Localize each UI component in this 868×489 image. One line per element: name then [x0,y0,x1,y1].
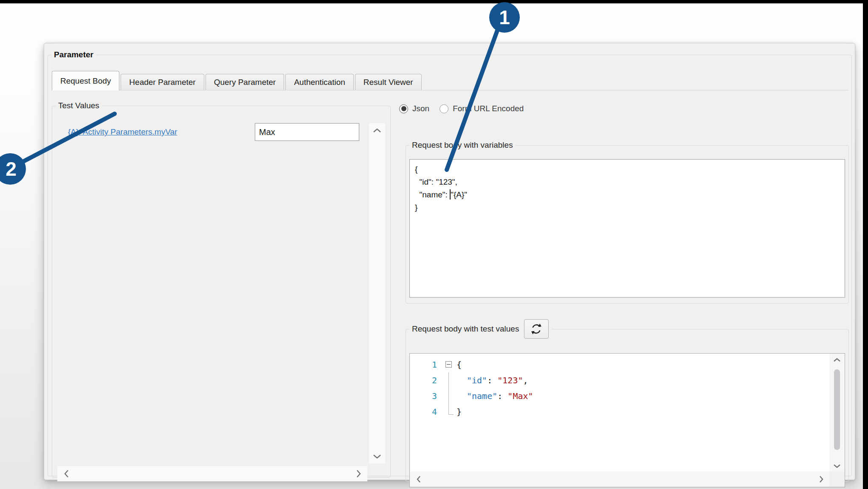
token-punct: : [487,375,497,385]
scroll-right-icon[interactable] [351,466,366,481]
scroll-down-icon[interactable] [829,462,845,470]
callout-2-number: 2 [6,158,17,180]
fold-column [441,404,457,419]
json-radio-label: Json [412,104,429,113]
token-key: "name" [467,391,497,401]
frame-top-bar [0,0,868,3]
fold-guide-end [448,404,454,415]
token-string: "Max" [507,391,533,401]
form-url-encoded-radio[interactable] [440,104,448,113]
code-text: } [457,407,462,417]
token-punct: { [457,360,462,370]
code-lines: 1{2"id": "123",3"name": "Max"4} [410,357,829,419]
tab-result-viewer[interactable]: Result Viewer [355,74,422,90]
request-body-variables-groupbox: Request body with variables { "id": "123… [406,141,849,304]
callout-2-circle [0,153,26,185]
token-punct: : [497,391,507,401]
form-url-encoded-radio-label: Form URL Encoded [453,104,524,113]
scroll-up-icon[interactable] [369,126,385,135]
vars-line-2: "id": "123", [415,177,457,186]
fold-guide-line [448,372,449,388]
token-string: "123" [497,375,523,385]
vars-line-3-prefix: "name": [415,190,450,199]
request-body-variables-title: Request body with variables [409,141,516,150]
tab-query-parameter[interactable]: Query Parameter [206,74,285,90]
scrollbar-thumb[interactable] [834,369,840,450]
refresh-icon [529,322,544,336]
token-punct: , [523,375,528,385]
scrollbar-corner [829,472,845,487]
fold-column [441,388,457,404]
activity-parameter-link[interactable]: {A}: Activity Parameters.myVar [68,127,177,137]
code-line-3: 3"name": "Max" [410,388,829,404]
vars-line-1: { [415,165,417,174]
request-body-variables-textarea[interactable]: { "id": "123", "name": "{A}" } [409,159,845,298]
test-values-vertical-scrollbar[interactable] [369,123,385,464]
token-punct: } [457,407,462,417]
tab-header-parameter[interactable]: Header Parameter [121,74,204,90]
body-format-options: Json Form URL Encoded [399,102,530,115]
test-value-input[interactable] [255,123,359,141]
scroll-up-icon[interactable] [829,356,845,364]
line-number: 1 [410,360,441,370]
tab-request-body[interactable]: Request Body [52,71,119,90]
fold-column [441,372,457,388]
code-line-2: 2"id": "123", [410,372,829,388]
json-radio[interactable] [399,104,408,113]
frame-right-bar [863,0,868,489]
code-text: { [457,360,462,370]
code-text: "id": "123", [457,375,528,385]
code-text: "name": "Max" [457,391,533,401]
parameter-groupbox-title: Parameter [51,50,96,59]
scroll-right-icon[interactable] [814,472,829,487]
vars-line-4: } [415,203,417,212]
screenshot-canvas: Parameter Request BodyHeader ParameterQu… [0,0,868,489]
request-body-test-values-viewer: 1{2"id": "123",3"name": "Max"4} [409,353,845,487]
line-number: 4 [410,407,441,417]
code-vertical-scrollbar[interactable] [829,354,845,472]
fold-guide-line [448,388,449,404]
scroll-left-icon[interactable] [411,472,426,487]
code-line-4: 4} [410,404,829,419]
line-number: 2 [410,375,441,385]
scroll-left-icon[interactable] [59,466,73,481]
request-body-test-values-title: Request body with test values [412,324,519,334]
refresh-button[interactable] [524,319,549,339]
tab-authentication[interactable]: Authentication [285,74,353,90]
fold-collapse-icon[interactable] [445,361,452,368]
token-key: "id" [467,375,487,385]
test-values-groupbox: Test Values {A}: Activity Parameters.myV… [52,101,391,478]
fold-column [441,357,457,372]
code-horizontal-scrollbar[interactable] [410,472,830,487]
test-values-horizontal-scrollbar[interactable] [57,466,367,481]
scroll-down-icon[interactable] [369,452,385,461]
parameter-dialog: Parameter Request BodyHeader ParameterQu… [44,43,855,480]
line-number: 3 [410,391,441,401]
tab-strip: Request BodyHeader ParameterQuery Parame… [52,70,848,90]
vars-line-3-value: "{A}" [451,190,467,199]
callout-1-circle [489,2,520,33]
callout-1-number: 1 [499,6,510,28]
parameter-groupbox: Parameter Request BodyHeader ParameterQu… [48,50,852,476]
request-body-test-values-groupbox: Request body with test values 1{2"id": "… [406,319,849,482]
code-line-1: 1{ [410,357,829,372]
test-values-title: Test Values [56,101,102,110]
